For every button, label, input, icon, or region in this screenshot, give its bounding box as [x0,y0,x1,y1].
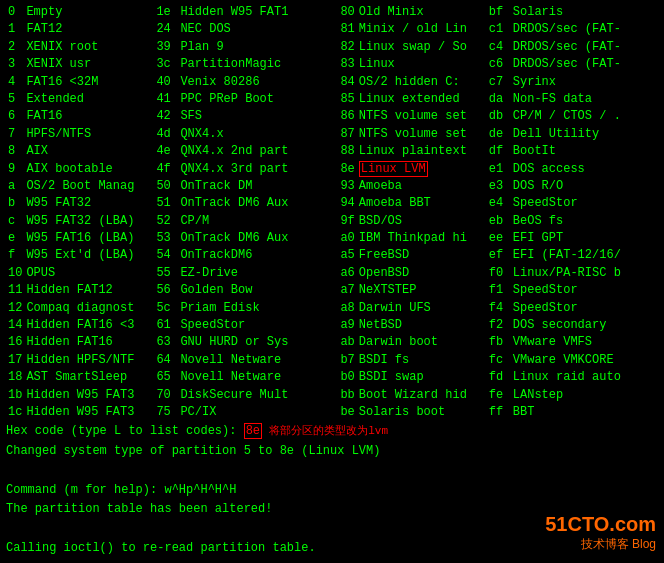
col-hex2: eb [487,213,511,230]
col-name2: Amoeba [357,178,487,195]
col-num: 8 [6,143,24,160]
col-hex2: f2 [487,317,511,334]
col-name2: Darwin boot [357,334,487,351]
col-hex: 3c [154,56,178,73]
col-desc: OnTrack DM6 Aux [178,230,338,247]
col-desc: PPC PReP Boot [178,91,338,108]
col-name: XENIX usr [24,56,154,73]
col-num2: b0 [338,369,356,386]
col-hex: 4e [154,143,178,160]
col-desc2: SpeedStor [511,282,664,299]
col-num2: a7 [338,282,356,299]
col-desc: QNX4.x 3rd part [178,161,338,178]
col-num: 1b [6,387,24,404]
col-desc2: DOS access [511,161,664,178]
table-row: 14 Hidden FAT16 <3 61 SpeedStora9 NetBSD… [6,317,664,334]
col-name2: Linux extended [357,91,487,108]
col-hex2: f1 [487,282,511,299]
col-num2: ab [338,334,356,351]
col-desc2: Syrinx [511,74,664,91]
col-num: 0 [6,4,24,21]
col-name2: Linux plaintext [357,143,487,160]
col-name: FAT16 [24,108,154,125]
col-name2: BSD/OS [357,213,487,230]
watermark-main: 51CTO.com [545,513,656,536]
col-hex2: fe [487,387,511,404]
col-desc: PartitionMagic [178,56,338,73]
col-desc2: VMware VMFS [511,334,664,351]
table-row: 8 AIX 4e QNX4.x 2nd part88 Linux plainte… [6,143,664,160]
col-hex2: fc [487,352,511,369]
col-name: Hidden HPFS/NTF [24,352,154,369]
col-name: XENIX root [24,39,154,56]
col-desc2: DRDOS/sec (FAT- [511,56,664,73]
col-num: 2 [6,39,24,56]
col-num2: 85 [338,91,356,108]
col-hex2: fd [487,369,511,386]
col-name: W95 Ext'd (LBA) [24,247,154,264]
col-name: W95 FAT32 [24,195,154,212]
col-desc2: Dell Utility [511,126,664,143]
col-hex2: f0 [487,265,511,282]
col-num2: a5 [338,247,356,264]
col-name2: Amoeba BBT [357,195,487,212]
watermark: 51CTO.com 技术博客 Blog [545,513,656,553]
col-desc: Golden Bow [178,282,338,299]
col-hex: 63 [154,334,178,351]
table-row: 0 Empty 1e Hidden W95 FAT180 Old Minix b… [6,4,664,21]
col-hex: 41 [154,91,178,108]
col-desc2: Non-FS data [511,91,664,108]
col-name: OPUS [24,265,154,282]
col-desc2: DOS R/O [511,178,664,195]
col-num: 4 [6,74,24,91]
table-row: a OS/2 Boot Manag 50 OnTrack DM93 Amoeba… [6,178,664,195]
col-num2: 9f [338,213,356,230]
col-hex: 40 [154,74,178,91]
col-desc: Novell Netware [178,369,338,386]
col-hex: 52 [154,213,178,230]
col-desc2: BootIt [511,143,664,160]
col-num: 11 [6,282,24,299]
col-hex: 42 [154,108,178,125]
table-row: 2 XENIX root 39 Plan 982 Linux swap / So… [6,39,664,56]
col-hex2: c4 [487,39,511,56]
col-hex: 56 [154,282,178,299]
col-hex: 70 [154,387,178,404]
col-hex: 51 [154,195,178,212]
col-num: e [6,230,24,247]
col-num2: 80 [338,4,356,21]
col-desc: SpeedStor [178,317,338,334]
col-num2: 8e [338,161,356,178]
table-row: b W95 FAT32 51 OnTrack DM6 Aux94 Amoeba … [6,195,664,212]
hex-prompt-text: Hex code (type L to list codes): [6,424,236,438]
col-desc2: BeOS fs [511,213,664,230]
col-hex: 54 [154,247,178,264]
col-name2: BSDI fs [357,352,487,369]
col-hex: 61 [154,317,178,334]
col-num2: 87 [338,126,356,143]
col-name2: IBM Thinkpad hi [357,230,487,247]
col-name: Hidden FAT16 <3 [24,317,154,334]
cmd-prompt-text: Command (m for help): [6,483,157,497]
table-row: 1 FAT12 24 NEC DOS81 Minix / old Lin c1 … [6,21,664,38]
terminal-window: 0 Empty 1e Hidden W95 FAT180 Old Minix b… [0,0,664,563]
col-hex: 5c [154,300,178,317]
col-name: Compaq diagnost [24,300,154,317]
col-desc2: EFI GPT [511,230,664,247]
table-row: c W95 FAT32 (LBA) 52 CP/M9f BSD/OS eb Be… [6,213,664,230]
col-num2: a6 [338,265,356,282]
col-num: 14 [6,317,24,334]
col-hex: 39 [154,39,178,56]
col-hex2: fb [487,334,511,351]
col-name2: Minix / old Lin [357,21,487,38]
col-hex: 75 [154,404,178,421]
col-num: a [6,178,24,195]
col-name2: NetBSD [357,317,487,334]
col-hex2: c7 [487,74,511,91]
watermark-sub: 技术博客 Blog [545,536,656,553]
col-num2: 93 [338,178,356,195]
annotation-text: 将部分区的类型改为lvm [269,425,388,437]
col-name2: Linux LVM [357,161,487,178]
col-desc2: Linux/PA-RISC b [511,265,664,282]
table-row: 6 FAT16 42 SFS86 NTFS volume set db CP/M… [6,108,664,125]
